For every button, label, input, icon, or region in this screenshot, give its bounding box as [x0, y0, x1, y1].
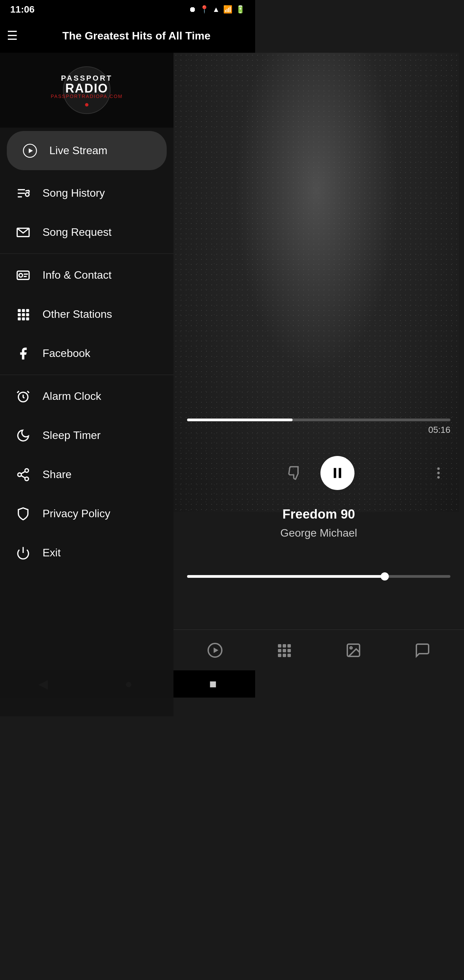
progress-fill — [187, 418, 292, 421]
svg-point-34 — [437, 468, 440, 470]
volume-bar[interactable] — [187, 575, 450, 578]
svg-point-35 — [437, 472, 440, 474]
svg-rect-13 — [18, 309, 21, 312]
svg-point-26 — [18, 473, 21, 476]
share-icon — [14, 465, 32, 484]
svg-line-24 — [27, 391, 29, 393]
location-icon: 📍 — [200, 5, 209, 14]
song-info: Freedom 90 George Michael — [173, 507, 464, 539]
more-button[interactable] — [427, 461, 450, 485]
grid-icon — [14, 305, 32, 324]
svg-rect-21 — [26, 317, 29, 320]
svg-point-49 — [350, 647, 352, 649]
player-controls — [173, 456, 464, 490]
volume-fill — [187, 575, 385, 578]
concert-background — [173, 53, 459, 512]
menu-item-share[interactable]: Share — [0, 455, 173, 494]
app-title-bold: Time — [185, 30, 211, 42]
svg-rect-19 — [18, 317, 21, 320]
bottom-nav — [173, 630, 464, 670]
mail-icon — [14, 223, 32, 242]
app-title: The Greatest Hits of All Time — [24, 30, 248, 42]
alarm-icon — [14, 387, 32, 406]
grid-nav-icon[interactable] — [276, 642, 292, 659]
svg-rect-42 — [278, 649, 281, 652]
song-request-label: Song Request — [43, 226, 111, 239]
drawer-menu: PASSPORT RADIO PASSPORTRADIOPA.COM Live … — [0, 53, 173, 716]
logo-area: PASSPORT RADIO PASSPORTRADIOPA.COM — [0, 53, 173, 127]
progress-bar[interactable] — [187, 418, 450, 421]
volume-thumb[interactable] — [381, 572, 389, 581]
moon-icon — [14, 426, 32, 445]
battery-icon: 🔋 — [236, 5, 245, 14]
thumbs-down-button[interactable] — [283, 461, 307, 485]
time-labels: 05:16 — [187, 425, 450, 435]
svg-rect-15 — [26, 309, 29, 312]
svg-rect-32 — [334, 468, 336, 478]
pause-button[interactable] — [321, 456, 354, 490]
music-list-icon — [14, 184, 32, 202]
svg-rect-41 — [288, 644, 291, 648]
menu-item-info-contact[interactable]: Info & Contact — [0, 256, 173, 295]
svg-rect-47 — [288, 654, 291, 657]
other-stations-label: Other Stations — [43, 308, 112, 321]
exit-label: Exit — [43, 546, 60, 559]
signal-icon: 📶 — [223, 5, 232, 14]
svg-line-29 — [21, 471, 25, 474]
logo-url-text: PASSPORTRADIOPA.COM — [51, 94, 122, 99]
menu-item-song-history[interactable]: Song History — [0, 173, 173, 213]
app-title-regular: The Greatest Hits of All — [62, 30, 185, 42]
wifi-icon: ▲ — [212, 5, 220, 14]
svg-rect-44 — [288, 649, 291, 652]
play-icon — [21, 141, 39, 160]
svg-rect-20 — [22, 317, 25, 320]
record-icon: ⏺ — [189, 5, 196, 14]
svg-rect-33 — [339, 468, 341, 478]
menu-item-exit[interactable]: Exit — [0, 533, 173, 572]
song-history-label: Song History — [43, 187, 105, 199]
alarm-clock-label: Alarm Clock — [43, 390, 101, 402]
menu-item-facebook[interactable]: Facebook — [0, 334, 173, 373]
menu-item-alarm-clock[interactable]: Alarm Clock — [0, 377, 173, 416]
svg-point-27 — [25, 477, 29, 481]
image-nav-icon[interactable] — [345, 642, 362, 659]
play-nav-icon[interactable] — [207, 642, 223, 659]
hamburger-icon[interactable]: ☰ — [7, 29, 18, 43]
power-icon — [14, 543, 32, 562]
facebook-label: Facebook — [43, 347, 91, 360]
menu-item-song-request[interactable]: Song Request — [0, 213, 173, 252]
svg-marker-38 — [214, 648, 218, 653]
svg-point-5 — [25, 192, 29, 196]
svg-rect-40 — [283, 644, 286, 648]
menu-item-sleep-timer[interactable]: Sleep Timer — [0, 416, 173, 455]
song-artist: George Michael — [187, 527, 450, 539]
progress-section: 05:16 — [173, 418, 464, 435]
svg-rect-45 — [278, 654, 281, 657]
svg-point-25 — [25, 469, 29, 472]
menu-item-live-stream[interactable]: Live Stream — [7, 131, 167, 170]
logo-dot — [85, 103, 89, 107]
chat-nav-icon[interactable] — [414, 642, 431, 659]
svg-point-10 — [19, 273, 22, 277]
total-time: 05:16 — [428, 425, 450, 435]
menu-item-privacy-policy[interactable]: Privacy Policy — [0, 494, 173, 533]
svg-line-28 — [21, 476, 25, 478]
svg-rect-46 — [283, 654, 286, 657]
svg-line-23 — [17, 391, 19, 393]
song-title: Freedom 90 — [187, 507, 450, 522]
svg-rect-14 — [22, 309, 25, 312]
privacy-policy-label: Privacy Policy — [43, 508, 110, 520]
divider-2 — [0, 375, 173, 375]
app-bar: ☰ The Greatest Hits of All Time — [0, 19, 255, 53]
share-label: Share — [43, 468, 72, 481]
recent-button[interactable]: ■ — [209, 677, 217, 691]
info-contact-label: Info & Contact — [43, 269, 111, 282]
svg-rect-43 — [283, 649, 286, 652]
facebook-icon — [14, 344, 32, 363]
menu-item-other-stations[interactable]: Other Stations — [0, 295, 173, 334]
logo: PASSPORT RADIO PASSPORTRADIOPA.COM — [63, 66, 111, 114]
svg-rect-17 — [22, 313, 25, 316]
svg-rect-18 — [26, 313, 29, 316]
shield-icon — [14, 504, 32, 523]
svg-rect-16 — [18, 313, 21, 316]
